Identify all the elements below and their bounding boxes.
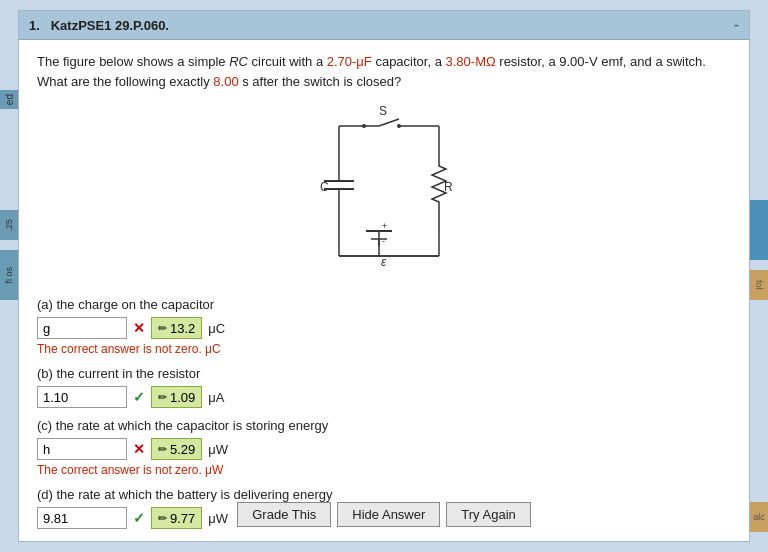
problem-text: The figure below shows a simple RC circu… (37, 52, 731, 91)
part-c-correct-value: 5.29 (170, 442, 195, 457)
part-a-row: ✕ ✏ 13.2 μC (37, 317, 731, 339)
right-tab-mid-text: fol (754, 280, 764, 290)
part-c-label: (c) the rate at which the capacitor is s… (37, 418, 731, 433)
left-tab-lower-text: .25 (4, 219, 14, 232)
part-b-unit: μA (208, 390, 224, 405)
part-a-pencil-icon: ✏ (158, 322, 167, 335)
part-a-correct-box: ✏ 13.2 (151, 317, 202, 339)
grade-button[interactable]: Grade This (237, 502, 331, 527)
page-wrapper: ed .25 fi os fol alc 1. KatzPSE1 29.P.06… (0, 0, 768, 552)
card-header: 1. KatzPSE1 29.P.060. - (19, 11, 749, 40)
part-a-input[interactable] (37, 317, 127, 339)
right-tab-top (750, 200, 768, 260)
left-tab-text: ed (4, 94, 15, 105)
part-c-row: ✕ ✏ 5.29 μW (37, 438, 731, 460)
problem-text-before: The figure below shows a simple (37, 54, 229, 69)
problem-text-mid2: capacitor, a (372, 54, 446, 69)
part-b-row: ✓ ✏ 1.09 μA (37, 386, 731, 408)
resistor-label: R (444, 180, 453, 194)
main-card: 1. KatzPSE1 29.P.060. - The figure below… (18, 10, 750, 542)
part-b-label: (b) the current in the resistor (37, 366, 731, 381)
problem-number: 1. (29, 18, 40, 33)
problem-time-val: 8.00 (213, 74, 238, 89)
switch-label: S (379, 104, 387, 118)
right-tab-bottom: alc (750, 502, 768, 532)
circuit-diagram-area: S R (37, 101, 731, 281)
part-b-correct-box: ✏ 1.09 (151, 386, 202, 408)
card-body: The figure below shows a simple RC circu… (19, 40, 749, 536)
part-c-pencil-icon: ✏ (158, 443, 167, 456)
part-a-correct-value: 13.2 (170, 321, 195, 336)
problem-rc-label: RC (229, 54, 248, 69)
left-tab-fi: fi os (0, 250, 18, 300)
svg-line-2 (379, 119, 399, 126)
part-d-label: (d) the rate at which the battery is del… (37, 487, 731, 502)
problem-capacitor-val: 2.70-μF (327, 54, 372, 69)
part-a-section: (a) the charge on the capacitor ✕ ✏ 13.2… (37, 297, 731, 356)
part-a-unit: μC (208, 321, 225, 336)
try-again-button[interactable]: Try Again (446, 502, 530, 527)
footer-area: Grade This Hide Answer Try Again (19, 502, 749, 527)
part-c-unit: μW (208, 442, 228, 457)
collapse-button[interactable]: - (734, 16, 739, 34)
part-c-error: The correct answer is not zero. μW (37, 463, 731, 477)
problem-text-mid1: circuit with a (248, 54, 327, 69)
right-tab-mid: fol (750, 270, 768, 300)
part-c-input[interactable] (37, 438, 127, 460)
svg-text:+: + (382, 221, 387, 231)
part-a-status-wrong: ✕ (133, 320, 145, 336)
problem-title: KatzPSE1 29.P.060. (51, 18, 169, 33)
circuit-svg: S R (284, 101, 484, 281)
part-b-status-correct: ✓ (133, 389, 145, 405)
left-tab-fi-text: fi os (4, 267, 14, 284)
left-tab-lower: .25 (0, 210, 18, 240)
left-tab: ed (0, 90, 18, 109)
card-header-title: 1. KatzPSE1 29.P.060. (29, 18, 169, 33)
part-b-input[interactable] (37, 386, 127, 408)
right-tab-bottom-text: alc (753, 512, 765, 522)
part-b-correct-value: 1.09 (170, 390, 195, 405)
part-b-pencil-icon: ✏ (158, 391, 167, 404)
part-a-error: The correct answer is not zero. μC (37, 342, 731, 356)
capacitor-label: C (320, 180, 329, 194)
svg-text:-: - (382, 236, 385, 246)
part-c-correct-box: ✏ 5.29 (151, 438, 202, 460)
hide-answer-button[interactable]: Hide Answer (337, 502, 440, 527)
part-b-section: (b) the current in the resistor ✓ ✏ 1.09… (37, 366, 731, 408)
emf-label: ε (381, 255, 387, 269)
problem-resistor-val: 3.80-MΩ (446, 54, 496, 69)
part-a-label: (a) the charge on the capacitor (37, 297, 731, 312)
problem-text-end: s after the switch is closed? (239, 74, 402, 89)
part-c-status-wrong: ✕ (133, 441, 145, 457)
part-c-section: (c) the rate at which the capacitor is s… (37, 418, 731, 477)
